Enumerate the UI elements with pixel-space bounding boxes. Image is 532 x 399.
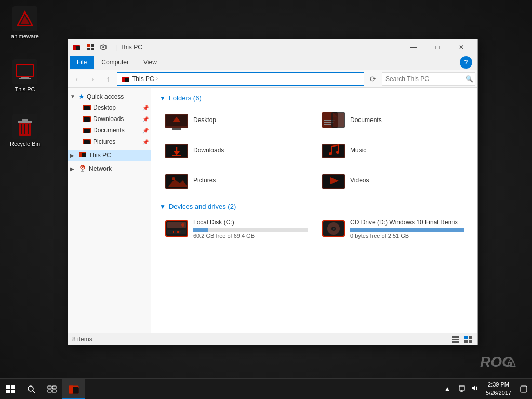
sidebar-item-documents[interactable]: Documents 📌 <box>81 125 151 136</box>
explorer-window-icon <box>72 43 81 51</box>
folders-title: Folders (6) <box>169 94 202 102</box>
desktop-icon-animeware[interactable]: animeware <box>4 4 46 42</box>
address-bar: ‹ › ↑ This PC › ⟳ 🔍 <box>68 70 477 88</box>
quick-icon-2[interactable] <box>98 42 109 53</box>
folder-item-documents[interactable]: Documents <box>316 106 469 134</box>
sidebar-section-this-pc: ▶ This PC <box>68 149 151 162</box>
desktop-folder-icon <box>83 103 91 112</box>
svg-rect-8 <box>19 78 31 79</box>
quick-icon-1[interactable] <box>85 42 96 53</box>
search-icon[interactable]: 🔍 <box>466 75 473 83</box>
svg-rect-109 <box>69 385 73 388</box>
this-pc-label: This PC <box>15 86 35 92</box>
sidebar-item-quick-access-header[interactable]: ▼ ★ Quick access <box>68 91 151 102</box>
drive-d-bar <box>350 228 464 232</box>
task-view-button[interactable] <box>42 379 62 400</box>
search-box[interactable]: 🔍 <box>382 72 475 86</box>
this-pc-icon <box>12 59 37 84</box>
sidebar-item-desktop[interactable]: Desktop 📌 <box>81 102 151 113</box>
drive-c-space: 60.2 GB free of 69.4 GB <box>193 233 308 239</box>
taskbar-search-button[interactable] <box>21 379 42 400</box>
folder-item-pictures[interactable]: Pictures <box>159 166 312 194</box>
up-button[interactable]: ↑ <box>101 72 115 86</box>
sidebar-item-pictures[interactable]: Pictures 📌 <box>81 136 151 148</box>
drive-item-c[interactable]: HDD Local Disk (C:) 60.2 GB free of 69.4… <box>159 215 312 243</box>
drive-item-d[interactable]: CD Drive (D:) Windows 10 Final Remix 0 b… <box>316 215 469 243</box>
svg-rect-32 <box>84 117 90 122</box>
folder-item-videos[interactable]: Videos <box>316 166 469 194</box>
svg-rect-22 <box>91 44 94 47</box>
sidebar-item-downloads[interactable]: Downloads 📌 <box>81 113 151 125</box>
svg-rect-103 <box>52 386 56 389</box>
drive-d-info: CD Drive (D:) Windows 10 Final Remix 0 b… <box>350 219 464 239</box>
sidebar: ▼ ★ Quick access Desktop 📌 <box>68 88 151 332</box>
taskbar-clock[interactable]: 2:39 PM 5/26/2017 <box>482 381 515 397</box>
tray-network-icon[interactable] <box>458 384 466 394</box>
notification-button[interactable] <box>515 379 532 400</box>
ribbon: File Computer View ? <box>68 55 477 70</box>
drives-toggle[interactable]: ▼ <box>159 203 166 210</box>
drive-c-bar <box>193 228 308 232</box>
start-button[interactable] <box>0 379 21 400</box>
svg-marker-110 <box>445 387 449 391</box>
title-separator: | <box>115 44 117 51</box>
drive-d-fill <box>350 228 464 232</box>
forward-button[interactable]: › <box>86 72 99 86</box>
desktop-icon-this-pc[interactable]: This PC <box>4 57 46 95</box>
path-this-pc[interactable]: This PC <box>132 75 154 83</box>
svg-text:HDD: HDD <box>172 230 180 234</box>
folder-item-downloads[interactable]: Downloads <box>159 136 312 164</box>
pin-icon-4: 📌 <box>142 139 149 145</box>
close-button[interactable]: ✕ <box>449 39 473 55</box>
sidebar-item-this-pc[interactable]: ▶ This PC <box>68 150 151 161</box>
explorer-window: | This PC — □ ✕ File Computer View ? ‹ ›… <box>68 39 478 345</box>
tray-volume-icon[interactable] <box>470 384 478 394</box>
svg-rect-98 <box>6 390 10 393</box>
svg-rect-99 <box>11 390 15 393</box>
folder-videos-name: Videos <box>350 177 369 184</box>
maximize-button[interactable]: □ <box>425 39 449 55</box>
svg-line-101 <box>33 391 35 393</box>
tab-computer[interactable]: Computer <box>95 56 136 69</box>
tab-file[interactable]: File <box>70 56 94 69</box>
pictures-thumb <box>164 170 189 191</box>
path-icon <box>122 75 130 83</box>
svg-point-66 <box>336 151 339 154</box>
svg-point-88 <box>332 228 335 230</box>
folder-pictures-name: Pictures <box>193 177 216 184</box>
pin-icon: 📌 <box>142 105 149 111</box>
help-button[interactable]: ? <box>460 56 472 69</box>
folder-item-music[interactable]: Music <box>316 136 469 164</box>
address-path[interactable]: This PC › <box>117 72 364 86</box>
videos-thumb <box>321 170 346 191</box>
main-area: ▼ ★ Quick access Desktop 📌 <box>68 88 477 332</box>
minimize-button[interactable]: — <box>402 39 425 55</box>
animeware-label: animeware <box>11 33 39 39</box>
details-view-button[interactable] <box>450 334 461 344</box>
svg-point-100 <box>28 386 33 391</box>
folder-documents-name: Documents <box>350 116 382 124</box>
documents-thumb <box>321 110 346 130</box>
svg-point-65 <box>329 152 332 155</box>
desktop-icon-recycle-bin[interactable]: Recycle Bin <box>4 112 46 149</box>
tab-view[interactable]: View <box>137 56 164 69</box>
taskbar-explorer-button[interactable] <box>62 379 85 400</box>
refresh-button[interactable]: ⟳ <box>366 72 380 86</box>
window-controls: — □ ✕ <box>402 39 473 55</box>
folders-toggle[interactable]: ▼ <box>159 95 166 102</box>
quick-access-collapse-icon: ▼ <box>70 94 76 99</box>
large-icons-view-button[interactable] <box>463 334 473 344</box>
desktop-thumb <box>164 110 189 130</box>
drive-c-info: Local Disk (C:) 60.2 GB free of 69.4 GB <box>193 219 308 239</box>
sidebar-item-network[interactable]: ▶ Network <box>68 163 151 175</box>
sidebar-downloads-label: Downloads <box>93 115 124 123</box>
svg-rect-95 <box>469 340 472 343</box>
back-button[interactable]: ‹ <box>70 72 84 86</box>
taskbar-tray <box>440 385 455 393</box>
search-input[interactable] <box>385 75 463 83</box>
folder-item-desktop[interactable]: Desktop <box>159 106 312 134</box>
tray-chevron[interactable] <box>443 385 451 393</box>
quick-access-toolbar <box>85 42 109 53</box>
rog-logo: ROG /Δ <box>480 350 527 373</box>
sidebar-desktop-label: Desktop <box>93 104 116 111</box>
